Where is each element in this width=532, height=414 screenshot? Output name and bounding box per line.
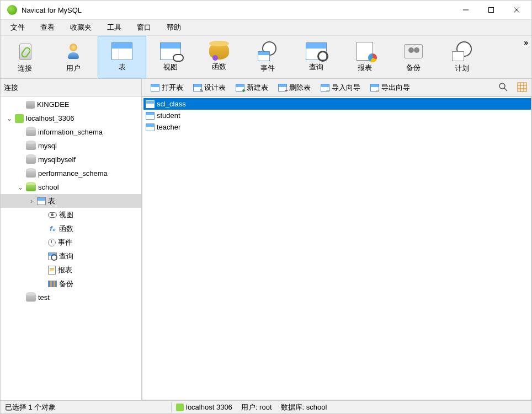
user-icon — [63, 41, 83, 61]
tree-item[interactable]: 视图 — [1, 208, 141, 222]
toolbar-plan-button[interactable]: 计划 — [438, 36, 486, 78]
plus-icon — [236, 84, 244, 92]
tree-item[interactable]: 事件 — [1, 235, 141, 249]
tree-item[interactable]: ⌄localhost_3306 — [1, 111, 141, 125]
table-list-item[interactable]: student — [143, 110, 531, 121]
tree-item[interactable]: 报表 — [1, 263, 141, 277]
toolbar-label: 视图 — [163, 62, 178, 72]
connection-status-icon — [176, 404, 184, 411]
menu-item[interactable]: 文件 — [3, 20, 33, 35]
status-selection: 已选择 1 个对象 — [1, 402, 172, 412]
database-active-icon — [26, 184, 36, 191]
toolbar-label: 表 — [119, 62, 126, 72]
tree-item[interactable]: test — [1, 291, 141, 304]
objtool-plus-button[interactable]: 新建表 — [231, 82, 273, 94]
objtool-minus-button[interactable]: 删除表 — [274, 82, 315, 94]
backup-icon — [48, 281, 57, 287]
svg-rect-6 — [518, 83, 526, 92]
objtool-edit-button[interactable]: 设计表 — [189, 82, 230, 94]
menu-item[interactable]: 工具 — [99, 20, 129, 35]
tree-item[interactable]: 备份 — [1, 277, 141, 291]
menu-item[interactable]: 收藏夹 — [62, 20, 99, 35]
menu-item[interactable]: 查看 — [33, 20, 62, 35]
edit-icon — [193, 84, 202, 92]
event-icon — [258, 41, 278, 61]
table-icon — [146, 112, 155, 120]
toolbar-func-button[interactable]: 函数 — [195, 36, 243, 78]
tree-label: 函数 — [59, 224, 73, 234]
tree-item[interactable]: mysql — [1, 139, 141, 153]
connection-tree[interactable]: KINGDEE⌄localhost_3306information_schema… — [1, 96, 142, 400]
objtool-wiz_in-button[interactable]: 导入向导 — [316, 82, 365, 94]
expander-icon[interactable]: ⌄ — [17, 184, 24, 191]
toolbar-user-button[interactable]: 用户 — [49, 36, 98, 78]
object-list[interactable]: scl_classstudentteacher — [142, 96, 531, 400]
database-icon — [26, 294, 36, 302]
objtool-label: 设计表 — [204, 83, 226, 93]
database-icon — [26, 156, 36, 164]
status-connection: localhost 3306 — [172, 403, 237, 412]
toolbar-report-button[interactable]: 报表 — [341, 36, 389, 78]
table-list-item[interactable]: scl_class — [143, 98, 531, 110]
tree-item[interactable]: mysqlbyself — [1, 153, 141, 166]
toolbar-view-button[interactable]: 视图 — [146, 36, 195, 78]
tree-item[interactable]: ›表 — [1, 194, 141, 208]
toolbar-backup-button[interactable]: 备份 — [389, 36, 438, 78]
report-icon — [48, 266, 56, 275]
main-toolbar: 连接用户表视图函数事件查询报表备份计划» — [1, 36, 531, 79]
svg-rect-1 — [489, 8, 494, 13]
main-area: KINGDEE⌄localhost_3306information_schema… — [1, 96, 531, 400]
tree-label: mysql — [38, 142, 57, 150]
toolbar-label: 函数 — [212, 62, 226, 72]
tree-item[interactable]: ⌄school — [1, 180, 141, 194]
menu-item[interactable]: 窗口 — [129, 20, 159, 35]
open-icon — [151, 84, 159, 92]
tree-item[interactable]: 查询 — [1, 249, 141, 263]
table-list-item[interactable]: teacher — [143, 121, 531, 133]
table-icon — [37, 197, 46, 205]
tree-label: localhost_3306 — [26, 114, 74, 122]
tree-label: KINGDEE — [37, 100, 70, 109]
menu-item[interactable]: 帮助 — [159, 20, 189, 35]
query-icon — [48, 252, 57, 260]
status-user: 用户: root — [237, 402, 276, 412]
database-icon — [26, 142, 36, 150]
grid-view-icon[interactable] — [517, 82, 528, 93]
objtool-open-button[interactable]: 打开表 — [146, 82, 188, 94]
expander-icon[interactable]: ⌄ — [6, 115, 13, 122]
toolbar-label: 用户 — [66, 63, 81, 73]
tree-label: performance_schema — [38, 169, 108, 178]
search-icon[interactable] — [498, 82, 509, 93]
toolbar-label: 报表 — [358, 63, 372, 73]
backup-icon — [403, 42, 424, 61]
table-name: scl_class — [157, 100, 186, 108]
objtool-wiz_out-button[interactable]: 导出向导 — [366, 82, 414, 94]
svg-point-4 — [499, 83, 505, 89]
toolbar-connect-button[interactable]: 连接 — [1, 36, 49, 78]
connect-icon — [15, 41, 35, 61]
tree-label: 报表 — [58, 265, 72, 275]
close-button[interactable] — [504, 2, 529, 18]
plug-icon — [15, 114, 24, 123]
objtool-label: 删除表 — [289, 83, 311, 93]
tree-label: 表 — [48, 196, 55, 206]
toolbar-label: 连接 — [18, 63, 32, 73]
toolbar-event-button[interactable]: 事件 — [243, 36, 292, 78]
status-database: 数据库: school — [276, 402, 332, 412]
connection-panel-label: 连接 — [4, 83, 18, 93]
toolbar-query-button[interactable]: 查询 — [292, 36, 341, 78]
objtool-label: 导出向导 — [381, 83, 410, 93]
maximize-button[interactable] — [478, 2, 504, 18]
tree-item[interactable]: information_schema — [1, 125, 141, 139]
func-icon — [209, 43, 229, 60]
toolbar-label: 备份 — [406, 63, 421, 73]
tree-item[interactable]: performance_schema — [1, 166, 141, 180]
minimize-button[interactable] — [453, 2, 478, 18]
toolbar-overflow-button[interactable]: » — [524, 38, 528, 47]
titlebar: Navicat for MySQL — [1, 1, 531, 19]
tree-item[interactable]: fₒ函数 — [1, 222, 141, 235]
tree-item[interactable]: KINGDEE — [1, 98, 141, 111]
toolbar-table-button[interactable]: 表 — [98, 36, 146, 78]
objtool-label: 新建表 — [247, 83, 268, 93]
expander-icon[interactable]: › — [28, 197, 35, 205]
